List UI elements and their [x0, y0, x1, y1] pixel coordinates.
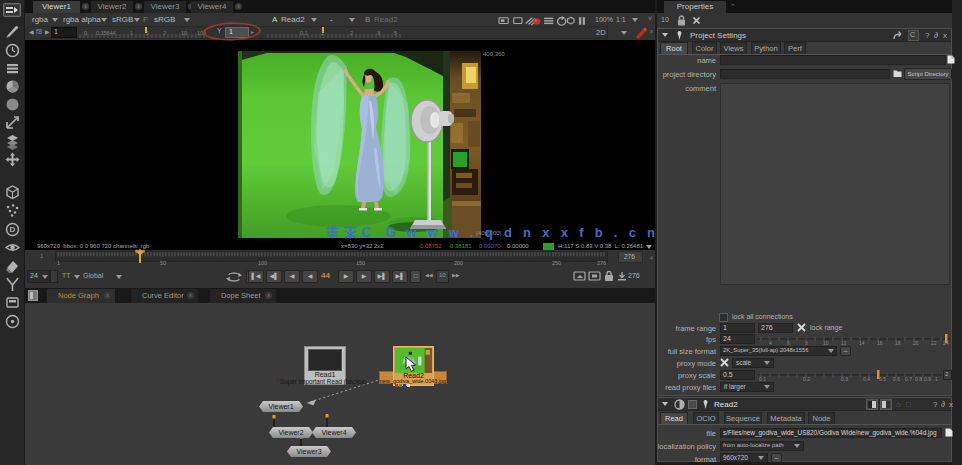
svg-text:4: 4: [769, 340, 772, 346]
svg-text:0.3: 0.3: [841, 376, 848, 382]
svg-text:0.5: 0.5: [879, 376, 886, 382]
svg-text:8: 8: [805, 340, 808, 346]
svg-text:16: 16: [877, 340, 883, 346]
svg-text:0.8: 0.8: [915, 376, 922, 382]
svg-text:14: 14: [859, 340, 865, 346]
svg-text:12: 12: [841, 340, 847, 346]
svg-text:0.9: 0.9: [924, 376, 931, 382]
svg-text:0.7: 0.7: [905, 376, 912, 382]
svg-text:0.1: 0.1: [759, 376, 766, 382]
svg-text:D: D: [10, 225, 16, 234]
svg-text:20: 20: [913, 340, 919, 346]
svg-text:22: 22: [931, 340, 937, 346]
svg-text:18: 18: [895, 340, 901, 346]
svg-text:6: 6: [787, 340, 790, 346]
svg-text:1: 1: [935, 376, 938, 382]
svg-text:0.4: 0.4: [863, 376, 870, 382]
svg-text:0.2: 0.2: [803, 376, 810, 382]
svg-text:10: 10: [823, 340, 829, 346]
svg-text:0.6: 0.6: [893, 376, 900, 382]
